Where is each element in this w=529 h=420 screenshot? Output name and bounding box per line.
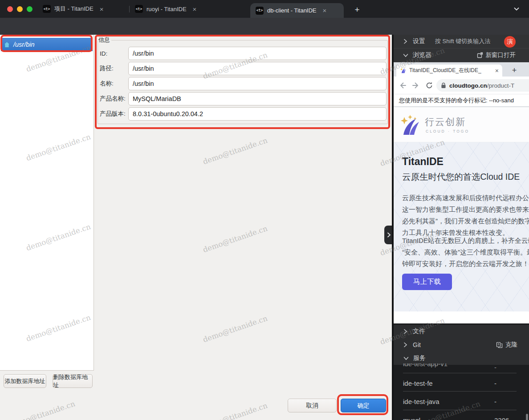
service-port: - bbox=[494, 363, 496, 371]
tab-project[interactable]: <t> 项目 - TitanIDE × bbox=[43, 0, 105, 18]
git-label: Git bbox=[413, 341, 421, 348]
row-divider bbox=[403, 373, 517, 373]
form-row: 产品版本: 8.0.31-0ubuntu0.20.04.2 bbox=[100, 107, 387, 121]
browser-section-row[interactable]: 浏览器 新窗口打开 bbox=[394, 48, 529, 62]
titanide-favicon-icon: <t> bbox=[256, 7, 264, 15]
inner-browser-tab[interactable]: TitanIDE_CloudIDE_在线IDE_ × bbox=[396, 65, 502, 77]
inner-address-bar[interactable]: cloudtogo.cn/product-T bbox=[436, 79, 529, 92]
close-icon[interactable]: × bbox=[191, 5, 199, 13]
tab-title: db-client - TitanIDE bbox=[267, 7, 317, 14]
product-version-input[interactable]: 8.0.31-0ubuntu0.20.04.2 bbox=[128, 107, 387, 121]
sandbox-warning-bar: 您使用的是不受支持的命令行标记: --no-sand bbox=[394, 94, 529, 107]
name-label: 名称: bbox=[100, 80, 128, 88]
cloudtogo-logo-icon bbox=[398, 113, 423, 138]
files-section-row[interactable]: 文件 bbox=[394, 325, 529, 338]
scrollbar-thumb[interactable] bbox=[526, 414, 528, 420]
inner-new-tab-button[interactable]: + bbox=[509, 65, 520, 76]
git-clone-label: 克隆 bbox=[505, 341, 517, 349]
cancel-button[interactable]: 取消 bbox=[288, 399, 337, 412]
tab-title: ruoyi - TitanIDE bbox=[146, 6, 187, 12]
path-label: 路径: bbox=[100, 65, 128, 73]
open-new-window-label: 新窗口打开 bbox=[486, 51, 516, 59]
services-label: 服务 bbox=[413, 354, 426, 362]
titanide-favicon-icon: <t> bbox=[43, 5, 51, 13]
delete-database-button[interactable]: 删除数据库地址 bbox=[53, 374, 93, 388]
hero-title: TitanIDE bbox=[402, 156, 444, 168]
back-icon[interactable] bbox=[398, 81, 407, 90]
close-icon[interactable]: × bbox=[98, 5, 106, 13]
titanide-favicon-icon: <t> bbox=[135, 5, 143, 13]
form-row: 路径: /usr/bin bbox=[100, 62, 387, 75]
forward-icon[interactable] bbox=[411, 81, 420, 90]
database-list: /usr/bin bbox=[0, 35, 94, 371]
inner-tabstrip: TitanIDE_CloudIDE_在线IDE_ × + bbox=[394, 62, 529, 77]
clone-icon bbox=[496, 342, 503, 348]
tab-db-client-active[interactable]: <t> db-client - TitanIDE × bbox=[250, 3, 344, 18]
info-legend: 信息 bbox=[98, 36, 111, 44]
hero-paragraph-2: TitanIDE站在无数巨人的肩膀上，补齐全云端开 “安全、高效、体验”这三个维… bbox=[402, 235, 529, 270]
inner-url-host: cloudtogo.cn bbox=[449, 82, 487, 89]
inner-tab-title: TitanIDE_CloudIDE_在线IDE_ bbox=[409, 67, 492, 74]
open-new-window-button[interactable]: 新窗口打开 bbox=[477, 51, 516, 59]
id-input[interactable]: /usr/bin bbox=[128, 47, 387, 60]
browser-toolbar: try.titanide.cn/ide/web/coding/db-client… bbox=[0, 18, 529, 35]
tab-ruoyi[interactable]: <t> ruoyi - TitanIDE × bbox=[135, 0, 198, 18]
open-new-window-icon bbox=[477, 52, 483, 58]
git-clone-button[interactable]: 克隆 bbox=[496, 341, 517, 349]
db-client-window: /usr/bin 信息 ID: /usr/bin 路径: /usr/bin 名称… bbox=[0, 35, 392, 420]
service-name: mysql bbox=[403, 416, 420, 420]
cloudtogo-favicon-icon bbox=[400, 67, 407, 74]
ide-side-panel: 设置 按 Shift 键切换输入法 演 浏览器 新窗口打开 TitanIDE_C… bbox=[394, 35, 529, 420]
service-name: ide-test-java bbox=[403, 398, 439, 405]
path-input[interactable]: /usr/bin bbox=[128, 62, 387, 75]
product-name-label: 产品名称: bbox=[100, 95, 128, 103]
macos-minimize-button[interactable] bbox=[17, 6, 23, 12]
macos-close-button[interactable] bbox=[7, 6, 13, 12]
brand-subtitle: CLOUD · TOGO bbox=[426, 129, 469, 133]
cloudtogo-hero: TitanIDE 云原生时代您的首选Cloud IDE 云原生技术高速发展和后疫… bbox=[394, 142, 529, 311]
demo-badge: 演 bbox=[504, 36, 516, 48]
inner-url-path: /product-T bbox=[487, 82, 515, 89]
git-section-row[interactable]: Git 克隆 bbox=[394, 338, 529, 351]
hero-subtitle: 云原生时代您的首选Cloud IDE bbox=[402, 171, 520, 183]
service-port: 3306 bbox=[494, 416, 509, 420]
form-row: 产品名称: MySQL/MariaDB bbox=[100, 92, 387, 105]
chevron-right-icon bbox=[403, 329, 407, 334]
chevron-right-icon bbox=[403, 39, 407, 44]
id-label: ID: bbox=[100, 50, 128, 57]
form-row: ID: /usr/bin bbox=[100, 47, 387, 60]
product-name-input[interactable]: MySQL/MariaDB bbox=[128, 92, 387, 105]
browser-label: 浏览器 bbox=[413, 51, 431, 59]
form-row: 名称: /usr/bin bbox=[100, 77, 387, 90]
reload-icon[interactable] bbox=[425, 81, 434, 90]
close-icon[interactable]: × bbox=[321, 7, 329, 14]
database-list-item-selected[interactable]: /usr/bin bbox=[1, 38, 93, 51]
tab-title: 项目 - TitanIDE bbox=[54, 5, 94, 13]
home-database-icon bbox=[4, 41, 10, 48]
service-name: ide-test-app-v1 bbox=[403, 363, 448, 368]
add-database-button[interactable]: 添加数据库地址 bbox=[4, 374, 46, 388]
new-tab-button[interactable]: + bbox=[352, 4, 362, 15]
info-groupbox: 信息 ID: /usr/bin 路径: /usr/bin 名称: /usr/bi… bbox=[98, 36, 388, 124]
inner-browser-toolbar: cloudtogo.cn/product-T bbox=[394, 77, 529, 94]
files-label: 文件 bbox=[413, 327, 425, 335]
ok-button[interactable]: 确定 bbox=[341, 399, 386, 412]
page-bottom-strip bbox=[394, 311, 529, 323]
service-row[interactable]: ide-test-app-v1 - bbox=[394, 363, 529, 372]
browser-tabbar: <t> 项目 - TitanIDE × <t> ruoyi - TitanIDE… bbox=[0, 0, 529, 18]
macos-zoom-button[interactable] bbox=[27, 6, 33, 12]
name-input[interactable]: /usr/bin bbox=[128, 77, 387, 90]
lock-icon bbox=[441, 82, 446, 89]
services-section-row[interactable]: 服务 bbox=[394, 351, 529, 365]
brand-name: 行云创新 bbox=[425, 116, 466, 128]
settings-label: 设置 bbox=[413, 37, 425, 45]
hero-paragraph-1: 云原生技术高速发展和后疫情时代远程办公等趋 这一智力密集型工作提出更高的要求也带… bbox=[402, 192, 529, 238]
service-name: ide-test-fe bbox=[403, 380, 433, 387]
tab-search-chevron-icon[interactable] bbox=[513, 5, 520, 14]
row-divider bbox=[403, 391, 517, 392]
close-icon[interactable]: × bbox=[495, 67, 499, 74]
chevron-right-icon bbox=[403, 342, 407, 347]
tab-separator bbox=[129, 6, 130, 12]
download-button[interactable]: 马上下载 bbox=[402, 274, 452, 290]
cloudtogo-header: 行云创新 CLOUD · TOGO bbox=[394, 108, 529, 142]
